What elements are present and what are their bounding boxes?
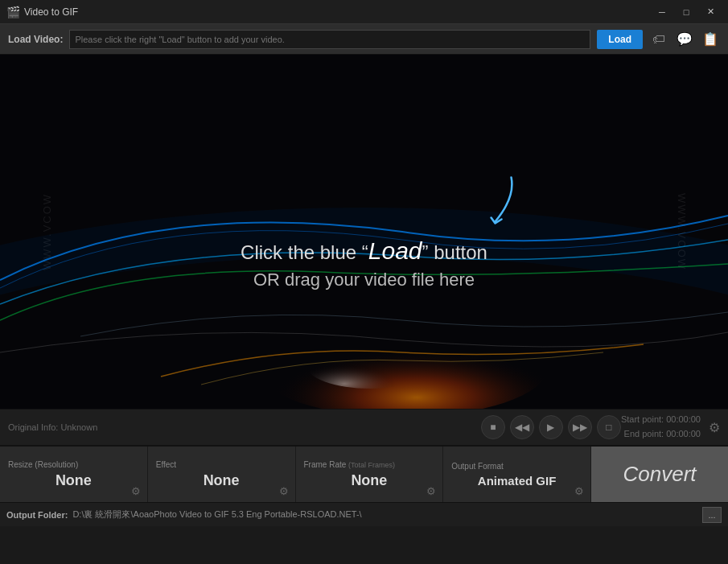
output-format-panel[interactable]: Output Format Animated GIF ⚙: [443, 447, 591, 502]
framerate-label: Frame Rate (Total Frames): [304, 460, 396, 469]
play-button[interactable]: ▶: [539, 415, 563, 439]
convert-button[interactable]: Convert: [591, 447, 728, 502]
watermark-left: WWW.VCOW: [41, 193, 53, 270]
resize-value: None: [56, 472, 92, 489]
load-input[interactable]: [69, 30, 590, 49]
settings-gear-icon[interactable]: ⚙: [709, 420, 720, 435]
playback-controls: ■ ◀◀ ▶ ▶▶ □: [481, 415, 621, 439]
output-format-gear-icon[interactable]: ⚙: [574, 485, 584, 497]
stop-button[interactable]: ■: [481, 415, 505, 439]
framerate-gear-icon[interactable]: ⚙: [426, 485, 436, 497]
effect-panel[interactable]: Effect None ⚙: [148, 447, 296, 502]
framerate-value: None: [351, 472, 387, 489]
load-button[interactable]: Load: [597, 30, 643, 49]
controls-bar: Original Info: Unknown ■ ◀◀ ▶ ▶▶ □ Start…: [0, 409, 728, 446]
tag-icon[interactable]: 🏷: [649, 30, 668, 49]
output-folder-browse-button[interactable]: ...: [702, 507, 722, 523]
original-info: Original Info: Unknown: [8, 422, 481, 432]
instruction-overlay: Click the blue “Load” button OR drag you…: [241, 174, 487, 290]
resize-label: Resize (Resolution): [8, 460, 78, 469]
resize-gear-icon[interactable]: ⚙: [131, 485, 141, 497]
maximize-button[interactable]: □: [675, 3, 697, 21]
effect-gear-icon[interactable]: ⚙: [279, 485, 289, 497]
resize-panel[interactable]: Resize (Resolution) None ⚙: [0, 447, 148, 502]
effect-label: Effect: [156, 460, 176, 469]
options-bar: Resize (Resolution) None ⚙ Effect None ⚙…: [0, 446, 728, 502]
app-icon: 🎬: [6, 6, 19, 19]
watermark-right: WWW.VCOW: [675, 193, 687, 270]
minimize-button[interactable]: ─: [651, 3, 673, 21]
subtitle-icon[interactable]: 💬: [675, 30, 694, 49]
framerate-panel[interactable]: Frame Rate (Total Frames) None ⚙: [296, 447, 444, 502]
title-bar: 🎬 Video to GIF ─ □ ✕: [0, 0, 728, 24]
time-info: Start point: 00:00:00 End point: 00:00:0…: [621, 413, 701, 441]
start-point: Start point: 00:00:00: [621, 413, 701, 427]
load-label: Load Video:: [8, 34, 63, 45]
app-title: Video to GIF: [24, 6, 651, 18]
output-bar: Output Folder: D:\裏 統滑開來\AoaoPhoto Video…: [0, 502, 728, 526]
next-button[interactable]: ▶▶: [568, 415, 592, 439]
end-point: End point: 00:00:00: [621, 427, 701, 442]
window-controls: ─ □ ✕: [651, 3, 722, 21]
effect-value: None: [204, 472, 240, 489]
output-format-label: Output Format: [451, 462, 503, 471]
clipboard-icon[interactable]: 📋: [701, 30, 720, 49]
output-folder-path: D:\裏 統滑開來\AoaoPhoto Video to GIF 5.3 Eng…: [72, 508, 697, 521]
prev-button[interactable]: ◀◀: [510, 415, 534, 439]
output-format-value: Animated GIF: [478, 474, 557, 488]
snapshot-button[interactable]: □: [597, 415, 621, 439]
output-folder-label: Output Folder:: [6, 510, 68, 520]
load-bar: Load Video: Load 🏷 💬 📋: [0, 24, 728, 55]
svg-point-3: [306, 340, 434, 389]
video-area[interactable]: WWW.VCOW WWW.VCOW Click the blue “Load” …: [0, 55, 728, 409]
close-button[interactable]: ✕: [699, 3, 722, 21]
